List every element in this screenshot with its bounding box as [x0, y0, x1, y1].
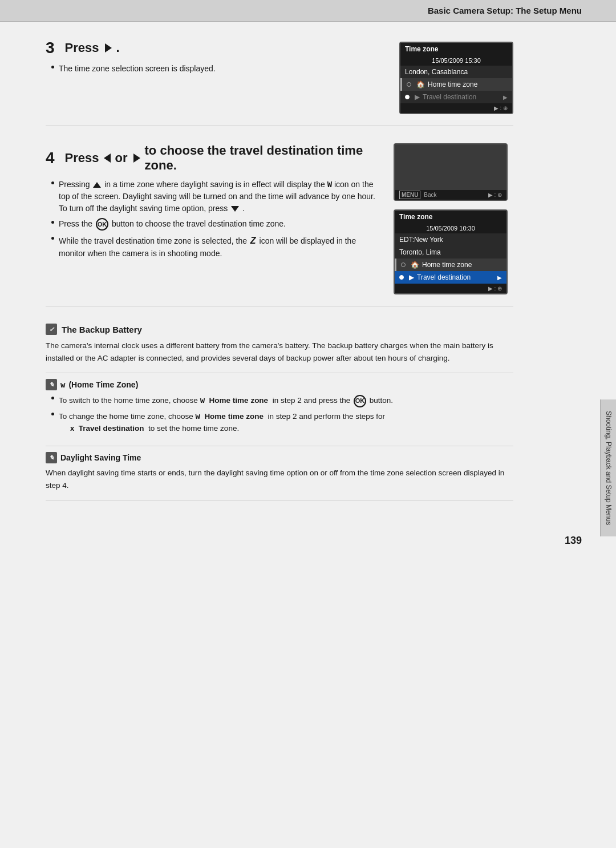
screen1-travel-row: ▶ Travel destination ▶: [400, 91, 512, 103]
arrow-right-icon-3: [105, 43, 112, 53]
step-3-section: 3 Press . The time zone selection screen…: [46, 39, 513, 126]
screen3-icons: ▶ : ⊕: [488, 285, 502, 292]
note-home-b2-text: To change the home time zone, choose w H…: [59, 410, 385, 435]
step-3-bullet-1: The time zone selection screen is displa…: [51, 63, 382, 75]
home-icon: 🏠: [416, 80, 425, 88]
note-backup-text: The camera's internal clock uses a diffe…: [46, 340, 513, 364]
step-3-press-label: Press: [65, 41, 99, 55]
screen1-home-row: 🏠 Home time zone: [400, 78, 512, 91]
bold-w-h1: w: [200, 395, 205, 405]
period-1: .: [242, 204, 245, 213]
camera-screen-3: Time zone 15/05/2009 10:30 EDT:New York …: [394, 209, 508, 294]
step-4-bullet1-text: Pressing in a time zone where daylight s…: [59, 179, 376, 215]
w-icon-1: W: [327, 180, 332, 189]
step-4-heading: 4 Press or to choose the travel destinat…: [46, 143, 376, 173]
radio-dot-travel: [405, 95, 410, 99]
step-3-heading: 3 Press .: [46, 39, 382, 57]
step-4-press: Press: [65, 151, 99, 165]
step-4-bullets: Pressing in a time zone where daylight s…: [46, 179, 376, 260]
radio-dot-home-3: [401, 263, 406, 267]
radio-dot-home: [407, 82, 411, 87]
step-4-or: or: [115, 151, 128, 165]
note-home-heading: ✎ w (Home Time Zone): [46, 379, 513, 390]
sidebar-label: Shooting, Playback and Setup Menus: [605, 411, 613, 525]
step-3-left: 3 Press . The time zone selection screen…: [46, 39, 399, 78]
step-4-bullet-1: Pressing in a time zone where daylight s…: [51, 179, 376, 215]
radio-dot-travel-3: [399, 275, 404, 280]
bullet-dot: [51, 66, 54, 68]
screen1-title: Time zone: [400, 43, 512, 55]
camera-screen-2: MENU Back ▶ : ⊕: [394, 143, 508, 201]
note-backup-icon: ✓: [46, 324, 57, 335]
note-home-bullet-1: To switch to the home time zone, choose …: [51, 394, 513, 407]
page-number: 139: [0, 529, 616, 552]
arrow-down-icon: [231, 206, 239, 212]
header-title: Basic Camera Setup: The Setup Menu: [428, 6, 582, 15]
step-4-number: 4: [46, 149, 55, 167]
step-4-section: 4 Press or to choose the travel destinat…: [46, 143, 513, 306]
arrow-left-icon: [104, 154, 111, 163]
step-4-bullet3-text: While the travel destination time zone i…: [59, 234, 376, 260]
screen-1-wrapper: Time zone 15/05/2009 15:30 London, Casab…: [399, 42, 513, 114]
z-icon: Z: [250, 236, 256, 245]
arrow-right-icon-4: [133, 154, 140, 163]
note-daylight-heading: ✎ Daylight Saving Time: [46, 452, 513, 463]
step-3-bullets: The time zone selection screen is displa…: [46, 63, 382, 75]
home-icon-3: 🏠: [411, 261, 419, 269]
page-header: Basic Camera Setup: The Setup Menu: [0, 0, 616, 22]
screen3-location: Toronto, Lima: [395, 246, 506, 259]
note-daylight-section: ✎ Daylight Saving Time When daylight sav…: [46, 452, 513, 500]
bullet-dot-4-2: [51, 221, 54, 224]
bullet-dot-h2: [51, 413, 54, 415]
note-daylight-icon: ✎: [46, 452, 57, 463]
step-3-number: 3: [46, 39, 55, 57]
arrow-indicator-3: ▶: [497, 274, 502, 281]
travel-icon-3: ▶: [409, 273, 414, 281]
travel-dest-label: Travel destination: [79, 424, 144, 433]
sidebar-tab: Shooting, Playback and Setup Menus: [600, 399, 616, 536]
step-4-rest: to choose the travel destination time zo…: [145, 143, 376, 173]
bold-w-h2: w: [195, 411, 200, 421]
step-4-bullet2-text: Press the OK button to choose the travel…: [59, 218, 286, 231]
camera-screen-1: Time zone 15/05/2009 15:30 London, Casab…: [399, 42, 513, 114]
screen3-home-label: Home time zone: [422, 261, 472, 269]
travel-icon: ▶: [415, 93, 420, 101]
screen3-travel-label: Travel destination: [417, 273, 471, 281]
note-home-b1-text: To switch to the home time zone, choose …: [59, 394, 393, 407]
bold-home-label-1: Home time zone: [209, 396, 269, 405]
note-backup-title: The Backup Battery: [62, 325, 142, 334]
bullet-dot-4-3: [51, 237, 54, 240]
x-item: x Travel destination to set the home tim…: [70, 424, 239, 433]
step-4-bullet-2: Press the OK button to choose the travel…: [51, 218, 376, 231]
step-4-left: 4 Press or to choose the travel destinat…: [46, 143, 394, 263]
bold-home-label-2: Home time zone: [204, 412, 264, 421]
bold-x-icon: x: [70, 424, 74, 433]
arrow-up-icon: [93, 182, 101, 188]
screen3-bottom: ▶ : ⊕: [395, 284, 506, 293]
screen2-icons: ▶ : ⊕: [488, 192, 502, 198]
note-home-title: (Home Time Zone): [68, 380, 138, 389]
ok-button-icon-2: OK: [354, 395, 366, 407]
arrow-indicator: ▶: [503, 94, 508, 100]
note-home-bullets: To switch to the home time zone, choose …: [46, 394, 513, 435]
step-4-right: MENU Back ▶ : ⊕ Time zone 15/05/2009 10:…: [394, 143, 513, 294]
screen2-bottom: MENU Back ▶ : ⊕: [395, 190, 506, 200]
screen3-datetime: 15/05/2009 10:30: [395, 223, 506, 233]
step-4-bullet-3: While the travel destination time zone i…: [51, 234, 376, 260]
screen1-bottom: ▶ : ⊕: [400, 103, 512, 113]
screen2-back: MENU Back: [399, 192, 436, 198]
note-daylight-text: When daylight saving time starts or ends…: [46, 467, 513, 491]
menu-label: MENU: [399, 191, 420, 199]
note-home-bullet-2: To change the home time zone, choose w H…: [51, 410, 513, 435]
step-3-heading-suffix: .: [116, 41, 120, 55]
screen1-travel-label: Travel destination: [423, 93, 476, 101]
bullet-dot-h1: [51, 397, 54, 399]
bullet-dot-4-1: [51, 181, 54, 184]
note-daylight-title: Daylight Saving Time: [60, 453, 141, 462]
screen1-right-icons: ▶ : ⊕: [494, 105, 508, 111]
screen3-travel-row: ▶ Travel destination ▶: [395, 271, 506, 284]
note-backup-heading: ✓ The Backup Battery: [46, 324, 513, 335]
ok-button-icon: OK: [96, 218, 108, 231]
screen1-datetime: 15/05/2009 15:30: [400, 55, 512, 66]
screen1-location: London, Casablanca: [400, 66, 512, 78]
